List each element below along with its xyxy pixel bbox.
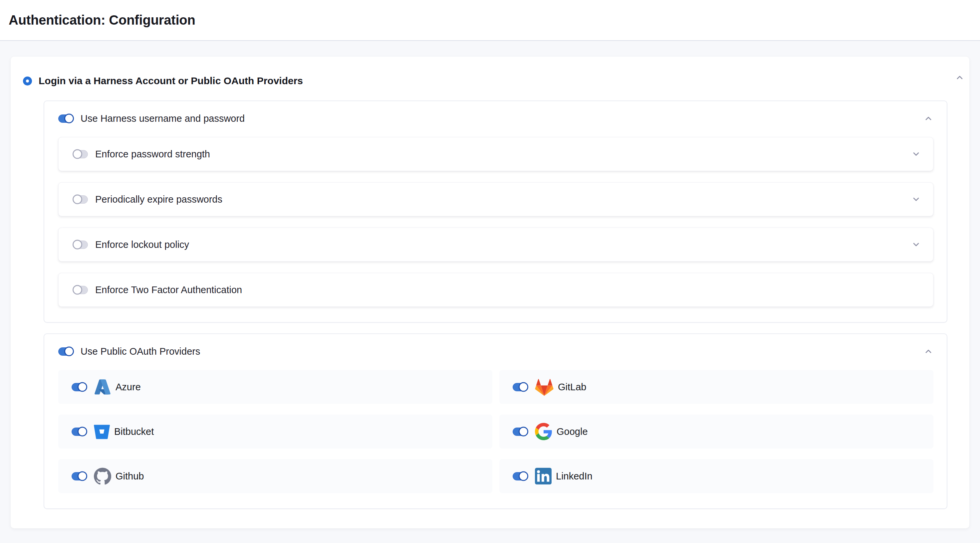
harness-group-collapse-button[interactable] — [923, 113, 934, 124]
setting-label: Enforce Two Factor Authentication — [95, 284, 242, 295]
toggle-knob — [73, 240, 82, 249]
azure-icon — [94, 378, 111, 395]
toggle-knob — [64, 347, 74, 356]
github-toggle[interactable] — [72, 472, 87, 481]
enforce-password-strength-toggle[interactable] — [73, 150, 88, 158]
expand-row-button[interactable] — [911, 149, 921, 159]
setting-row-lockout-policy: Enforce lockout policy — [58, 227, 934, 262]
enforce-lockout-policy-toggle[interactable] — [73, 241, 88, 249]
section-collapse-button[interactable] — [955, 73, 965, 83]
auth-config-panel: Login via a Harness Account or Public OA… — [11, 57, 969, 529]
toggle-knob — [73, 149, 82, 159]
provider-name: LinkedIn — [556, 471, 593, 482]
provider-row-azure: Azure — [58, 370, 492, 404]
toggle-knob — [519, 472, 528, 481]
toggle-knob — [519, 427, 528, 437]
linkedin-toggle[interactable] — [513, 472, 528, 481]
use-public-oauth-toggle[interactable] — [58, 348, 73, 356]
chevron-up-icon — [924, 114, 933, 123]
provider-name: Google — [557, 426, 588, 437]
use-harness-password-toggle[interactable] — [58, 114, 73, 123]
gitlab-toggle[interactable] — [513, 383, 528, 391]
page-title: Authentication: Configuration — [9, 13, 196, 28]
google-icon — [535, 423, 552, 440]
login-method-radio[interactable] — [23, 76, 32, 86]
expand-row-button[interactable] — [911, 194, 921, 204]
toggle-knob — [73, 195, 82, 204]
page-header: Authentication: Configuration — [0, 0, 980, 41]
toggle-knob — [78, 472, 87, 481]
bitbucket-icon — [94, 424, 110, 440]
setting-row-password-strength: Enforce password strength — [58, 137, 934, 171]
oauth-group-header: Use Public OAuth Providers — [58, 345, 934, 357]
provider-name: Bitbucket — [114, 426, 154, 437]
provider-grid: Azure GitLab — [58, 370, 934, 493]
azure-toggle[interactable] — [72, 383, 87, 391]
setting-label: Periodically expire passwords — [95, 194, 222, 205]
provider-row-linkedin: LinkedIn — [499, 459, 934, 493]
toggle-knob — [78, 427, 87, 437]
provider-row-google: Google — [499, 414, 934, 449]
provider-name: Github — [116, 471, 144, 482]
toggle-knob — [519, 382, 528, 392]
google-toggle[interactable] — [513, 427, 528, 436]
toggle-knob — [73, 285, 82, 295]
provider-name: GitLab — [558, 382, 586, 392]
enforce-two-factor-toggle[interactable] — [73, 286, 88, 294]
setting-row-two-factor: Enforce Two Factor Authentication — [58, 273, 934, 307]
chevron-up-icon — [924, 347, 933, 356]
setting-label: Enforce password strength — [95, 149, 210, 160]
bitbucket-toggle[interactable] — [72, 427, 87, 436]
oauth-providers-group: Use Public OAuth Providers Azure — [44, 333, 947, 509]
harness-group-header: Use Harness username and password — [58, 113, 934, 124]
login-method-label: Login via a Harness Account or Public OA… — [39, 75, 303, 87]
login-method-section-row: Login via a Harness Account or Public OA… — [23, 76, 947, 86]
oauth-group-collapse-button[interactable] — [923, 346, 934, 356]
oauth-group-label: Use Public OAuth Providers — [81, 346, 200, 357]
expand-row-button[interactable] — [911, 240, 921, 249]
chevron-down-icon — [912, 195, 921, 204]
provider-row-bitbucket: Bitbucket — [58, 414, 492, 449]
harness-login-group: Use Harness username and password Enforc… — [44, 100, 947, 323]
toggle-knob — [64, 114, 74, 124]
gitlab-icon — [535, 378, 554, 396]
periodically-expire-passwords-toggle[interactable] — [73, 195, 88, 204]
provider-row-gitlab: GitLab — [499, 370, 934, 404]
provider-row-github: Github — [58, 459, 492, 493]
github-icon — [94, 467, 111, 485]
chevron-down-icon — [912, 240, 921, 249]
provider-name: Azure — [116, 382, 141, 392]
chevron-down-icon — [912, 149, 921, 159]
password-settings-list: Enforce password strength Periodically e… — [58, 137, 934, 307]
setting-label: Enforce lockout policy — [95, 239, 189, 250]
linkedin-icon — [535, 468, 552, 484]
chevron-up-icon — [955, 73, 964, 82]
harness-group-label: Use Harness username and password — [81, 113, 245, 124]
toggle-knob — [78, 382, 87, 392]
setting-row-expire-passwords: Periodically expire passwords — [58, 183, 934, 216]
